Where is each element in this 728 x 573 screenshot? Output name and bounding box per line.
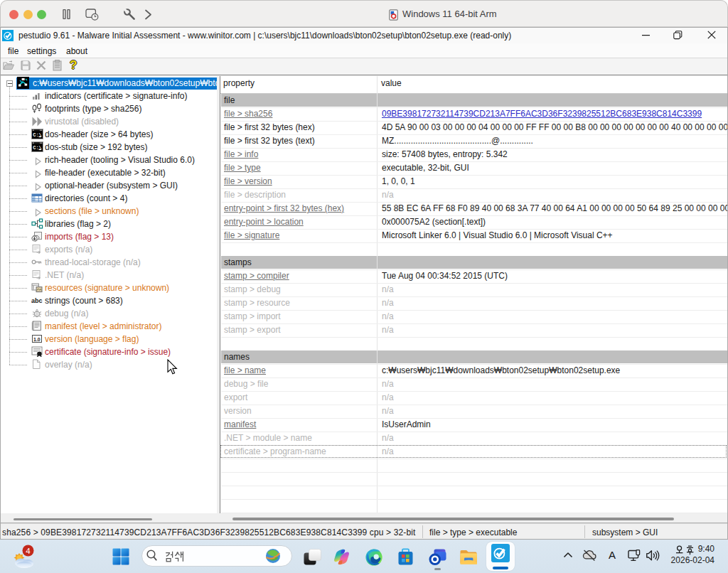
svg-text:1.0: 1.0 [33, 337, 41, 342]
svg-text:4: 4 [26, 547, 31, 555]
svg-text:abc: abc [31, 297, 43, 304]
